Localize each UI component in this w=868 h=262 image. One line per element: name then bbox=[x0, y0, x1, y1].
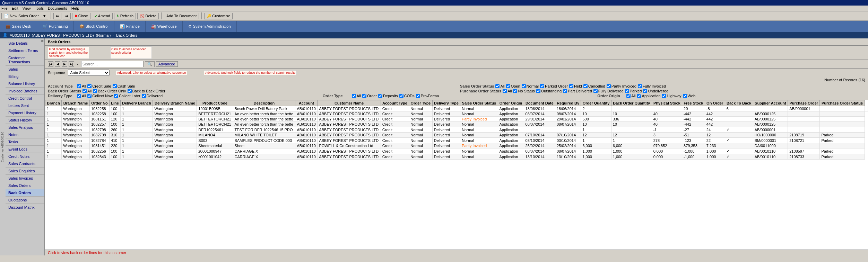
acct-all-cb[interactable] bbox=[77, 84, 81, 88]
col-order-origin[interactable]: Order Origin bbox=[498, 100, 524, 106]
col-back-to-back[interactable]: Back To Back bbox=[725, 100, 753, 106]
close-btn[interactable]: ✖ Close bbox=[72, 13, 90, 19]
col-product-code[interactable]: Product Code bbox=[197, 100, 233, 106]
sidebar-item-back-orders[interactable]: Back Orders bbox=[6, 189, 44, 197]
col-description[interactable]: Description bbox=[233, 100, 295, 106]
col-branch[interactable]: Branch bbox=[45, 100, 62, 106]
ot-proforma-cb[interactable] bbox=[416, 94, 420, 98]
sidebar-item-sales[interactable]: Sales bbox=[6, 66, 44, 73]
dt-delivered-cb[interactable] bbox=[142, 94, 146, 98]
col-purchase-order-status[interactable]: Purchase Order Status bbox=[820, 100, 865, 106]
dt-collect-later-cb[interactable] bbox=[114, 94, 118, 98]
table-row[interactable]: 1Warrington10822561001Warringtonz0001000… bbox=[45, 148, 868, 154]
sidebar-item-discount-matrix[interactable]: Discount Matrix bbox=[6, 204, 44, 211]
menu-tools[interactable]: Tools bbox=[35, 6, 44, 10]
refresh-btn[interactable]: ↻ Refresh bbox=[114, 13, 136, 19]
sidebar-close[interactable]: ✖ bbox=[41, 39, 44, 43]
table-row[interactable]: 1Warrington10828431001Warringtonz0001001… bbox=[45, 154, 868, 160]
acct-credit-cb[interactable] bbox=[87, 84, 92, 88]
col-branch-name[interactable]: Branch Name bbox=[62, 100, 90, 106]
nav-warehouse[interactable]: 🏭 Warehouse bbox=[146, 21, 183, 32]
sidebar-item-notes[interactable]: Notes bbox=[6, 131, 44, 138]
oo-all-cb[interactable] bbox=[626, 94, 631, 98]
col-delivery-branch[interactable]: Delivery Branch bbox=[120, 100, 153, 106]
nav-finance[interactable]: 📊 Finance bbox=[114, 21, 146, 32]
col-purchase-order[interactable]: Purchase Order bbox=[788, 100, 820, 106]
table-row[interactable]: 1Warrington10822581001Warrington19001B00… bbox=[45, 106, 868, 111]
nav-stock-control[interactable]: 📦 Stock Control bbox=[74, 21, 114, 32]
amend-btn[interactable]: ✔ Amend bbox=[92, 13, 113, 19]
customise-btn[interactable]: 🔑 Customise bbox=[204, 13, 233, 19]
sidebar-item-balance-history[interactable]: Balance History bbox=[6, 80, 44, 88]
prev-page-btn[interactable]: ◀ bbox=[55, 61, 60, 67]
next-page-btn[interactable]: ▶ bbox=[62, 61, 67, 67]
col-delivery-type[interactable]: Delivery Type bbox=[432, 100, 460, 106]
dt-all-cb[interactable] bbox=[77, 94, 81, 98]
menu-edit[interactable]: Edit bbox=[12, 6, 18, 10]
sidebar-item-letters-sent[interactable]: Letters Sent bbox=[6, 102, 44, 109]
menu-file[interactable]: File bbox=[1, 6, 8, 10]
acct-cash-cb[interactable] bbox=[113, 84, 117, 88]
pos-fully-del-cb[interactable] bbox=[593, 89, 598, 93]
search-input[interactable] bbox=[81, 61, 144, 67]
pos-undelivered-cb[interactable] bbox=[643, 89, 647, 93]
nav-sales-desk[interactable]: 💼 Sales Desk bbox=[0, 21, 37, 32]
sidebar-item-credit-control[interactable]: Credit Control bbox=[6, 95, 44, 102]
oo-highway-cb[interactable] bbox=[662, 94, 666, 98]
pos-outstanding-cb[interactable] bbox=[536, 89, 540, 93]
sidebar-item-sales-analysis[interactable]: Sales Analysis bbox=[6, 124, 44, 131]
col-line[interactable]: Line bbox=[110, 100, 121, 106]
col-sales-order-status[interactable]: Sales Order Status bbox=[460, 100, 498, 106]
col-account-type[interactable]: Account Type bbox=[381, 100, 409, 106]
dt-collect-now-cb[interactable] bbox=[87, 94, 92, 98]
sos-all-cb[interactable] bbox=[495, 84, 500, 88]
col-required-by[interactable]: Required By bbox=[555, 100, 581, 106]
sidebar-item-site-details[interactable]: Site Details bbox=[6, 40, 44, 47]
col-back-order-qty[interactable]: Back Order Quantity bbox=[611, 100, 652, 106]
pos-all-cb[interactable] bbox=[503, 89, 507, 93]
sos-cancelled-cb[interactable] bbox=[583, 84, 588, 88]
sequence-select[interactable]: Auto Select bbox=[68, 70, 110, 76]
nav-purchasing[interactable]: 🛒 Purchasing bbox=[37, 21, 74, 32]
col-order-qty[interactable]: Order Quantity bbox=[581, 100, 611, 106]
col-customer-name[interactable]: Customer Name bbox=[318, 100, 381, 106]
sidebar-item-status-history[interactable]: Status History bbox=[6, 117, 44, 124]
bos-back-to-back-cb[interactable] bbox=[128, 89, 132, 93]
sidebar-item-tasks[interactable]: Tasks bbox=[6, 138, 44, 146]
sos-held-cb[interactable] bbox=[569, 84, 573, 88]
ot-deposits-cb[interactable] bbox=[378, 94, 382, 98]
sidebar-item-payment-history[interactable]: Payment History bbox=[6, 109, 44, 117]
col-order-type[interactable]: Order Type bbox=[409, 100, 432, 106]
pos-part-del-cb[interactable] bbox=[563, 89, 567, 93]
oo-application-cb[interactable] bbox=[637, 94, 641, 98]
sos-normal-cb[interactable] bbox=[522, 84, 526, 88]
sos-parked-cb[interactable] bbox=[540, 84, 544, 88]
table-row[interactable]: 1Warrington10811511201WarringtonBETTERTO… bbox=[45, 117, 868, 122]
table-row[interactable]: 1Warrington10814512201WarringtonSheetmat… bbox=[45, 143, 868, 148]
table-container[interactable]: Branch Branch Name Order No Line Deliver… bbox=[45, 100, 868, 250]
pos-no-status-cb[interactable] bbox=[513, 89, 517, 93]
ot-cods-cb[interactable] bbox=[399, 94, 403, 98]
menu-help[interactable]: Help bbox=[71, 6, 79, 10]
sos-open-cb[interactable] bbox=[506, 84, 510, 88]
sidebar-item-sales-orders[interactable]: Sales Orders bbox=[6, 182, 44, 189]
sidebar-item-sales-enquiries[interactable]: Sales Enquiries bbox=[6, 168, 44, 175]
ot-all-cb[interactable] bbox=[352, 94, 356, 98]
sos-partly-cb[interactable] bbox=[607, 84, 611, 88]
navigate-forward-btn[interactable]: ➡ bbox=[63, 13, 71, 19]
table-row[interactable]: 1Warrington10827983101WarringtonMILANO4M… bbox=[45, 133, 868, 138]
delete-btn[interactable]: 🚫 Delete bbox=[137, 13, 159, 19]
col-on-order[interactable]: On Order bbox=[705, 100, 725, 106]
sidebar-item-event-logs[interactable]: Event Logs bbox=[6, 146, 44, 153]
menu-documents[interactable]: Documents bbox=[48, 6, 67, 10]
table-row[interactable]: 1Warrington10822581001WarringtonBETTERTO… bbox=[45, 111, 868, 117]
sidebar-item-sales-invoices[interactable]: Sales Invoices bbox=[6, 175, 44, 182]
sos-fully-cb[interactable] bbox=[638, 84, 642, 88]
sidebar-item-credit-notes[interactable]: Credit Notes bbox=[6, 153, 44, 160]
bos-all-cb[interactable] bbox=[83, 89, 87, 93]
new-sales-order-btn[interactable]: 📄 New Sales Order bbox=[2, 13, 41, 19]
col-account[interactable]: Account bbox=[295, 100, 318, 106]
new-sales-order-dropdown[interactable]: 📄 New Sales Order ▼ bbox=[1, 13, 48, 19]
new-sales-order-arrow[interactable]: ▼ bbox=[41, 13, 48, 19]
col-delivery-branch-name[interactable]: Delivery Branch Name bbox=[153, 100, 197, 106]
